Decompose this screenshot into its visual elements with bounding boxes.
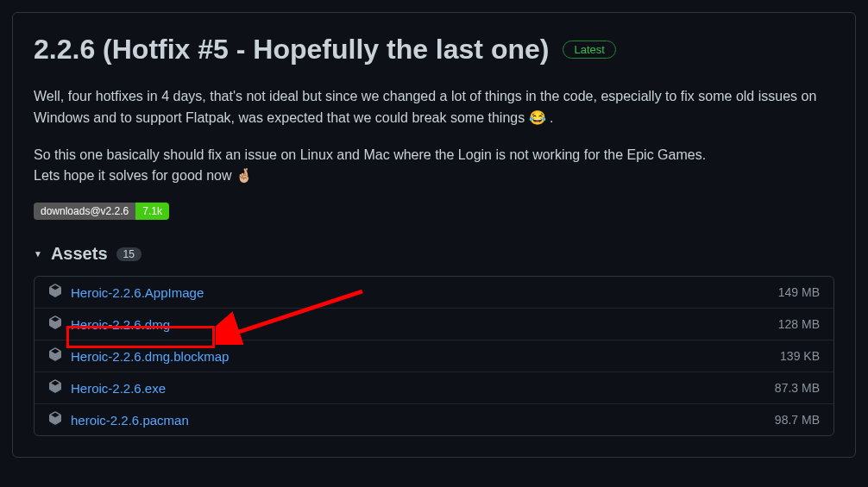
emoji-tears-of-joy: 😂 (529, 110, 546, 125)
asset-link[interactable]: Heroic-2.2.6.AppImage (71, 285, 778, 300)
release-paragraph-2: So this one basically should fix an issu… (34, 145, 834, 188)
release-paragraph-1: Well, four hotfixes in 4 days, that's no… (34, 86, 834, 129)
asset-link[interactable]: Heroic-2.2.6.dmg (71, 317, 778, 332)
asset-size: 139 KB (780, 349, 820, 363)
asset-size: 149 MB (778, 285, 820, 299)
release-card: 2.2.6 (Hotfix #5 - Hopefully the last on… (12, 12, 856, 458)
release-header: 2.2.6 (Hotfix #5 - Hopefully the last on… (34, 34, 834, 66)
asset-row: Heroic-2.2.6.AppImage 149 MB (35, 277, 833, 308)
asset-row: heroic-2.2.6.pacman 98.7 MB (35, 403, 833, 435)
package-icon (48, 347, 62, 365)
downloads-badge-label: downloads@v2.2.6 (34, 203, 135, 220)
asset-row: Heroic-2.2.6.dmg.blockmap 139 KB (35, 340, 833, 371)
asset-size: 87.3 MB (775, 381, 820, 395)
package-icon (48, 284, 62, 301)
latest-badge: Latest (563, 41, 615, 59)
assets-heading: Assets (51, 244, 108, 264)
asset-row: Heroic-2.2.6.exe 87.3 MB (35, 371, 833, 403)
asset-size: 98.7 MB (775, 413, 820, 427)
package-icon (48, 315, 62, 333)
downloads-badge[interactable]: downloads@v2.2.6 7.1k (34, 203, 169, 220)
package-icon (48, 411, 62, 428)
assets-list: Heroic-2.2.6.AppImage 149 MB Heroic-2.2.… (34, 276, 834, 436)
downloads-badge-count: 7.1k (135, 203, 169, 220)
asset-row: Heroic-2.2.6.dmg 128 MB (35, 308, 833, 340)
release-body: Well, four hotfixes in 4 days, that's no… (34, 86, 834, 187)
assets-toggle[interactable]: ▼ Assets 15 (34, 244, 834, 264)
assets-count: 15 (116, 247, 142, 261)
asset-link[interactable]: heroic-2.2.6.pacman (71, 413, 775, 428)
asset-size: 128 MB (778, 317, 820, 331)
asset-link[interactable]: Heroic-2.2.6.dmg.blockmap (71, 349, 780, 364)
asset-link[interactable]: Heroic-2.2.6.exe (71, 381, 775, 396)
package-icon (48, 379, 62, 396)
caret-down-icon: ▼ (34, 249, 42, 259)
release-title: 2.2.6 (Hotfix #5 - Hopefully the last on… (34, 34, 549, 66)
